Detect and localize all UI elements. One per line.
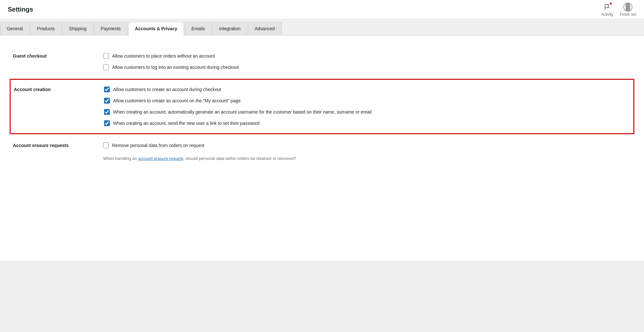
account-creation-row: Account creation Allow customers to crea… — [14, 86, 630, 127]
tab-general[interactable]: General — [0, 22, 30, 35]
ac-option-3[interactable]: When creating an account, automatically … — [104, 109, 630, 115]
ac-option-2[interactable]: Allow customers to create an account on … — [104, 97, 630, 104]
account-erasure-section: Account erasure requests Remove personal… — [13, 134, 631, 169]
ae-helper-text: When handling an account erasure request… — [103, 156, 631, 161]
activity-label: Activity — [601, 12, 613, 17]
account-erasure-options: Remove personal data from orders on requ… — [103, 142, 631, 161]
account-creation-section: Account creation Allow customers to crea… — [13, 79, 631, 134]
ac-label-2: Allow customers to create an account on … — [113, 97, 241, 104]
page-title: Settings — [8, 6, 33, 13]
ae-checkbox-1[interactable] — [103, 143, 109, 148]
account-erasure-link[interactable]: account erasure request — [138, 156, 183, 161]
finish-set-icon — [623, 3, 632, 12]
tab-products[interactable]: Products — [30, 22, 62, 35]
ac-checkbox-3[interactable] — [104, 109, 110, 115]
ac-option-1[interactable]: Allow customers to create an account dur… — [104, 86, 630, 93]
ac-label-3: When creating an account, automatically … — [113, 109, 371, 115]
finish-set-button[interactable]: Finish set — [620, 3, 636, 17]
guest-checkout-checkbox-2[interactable] — [103, 64, 109, 70]
ac-label-4: When creating an account, send the new u… — [113, 120, 259, 127]
tab-emails[interactable]: Emails — [185, 22, 212, 35]
activity-button[interactable]: Activity — [601, 3, 613, 17]
account-erasure-label: Account erasure requests — [13, 142, 103, 148]
tab-payments[interactable]: Payments — [94, 22, 128, 35]
guest-checkout-options: Allow customers to place orders without … — [103, 53, 631, 71]
ac-checkbox-4[interactable] — [104, 120, 110, 126]
guest-checkout-section: Guest checkout Allow customers to place … — [13, 45, 631, 79]
header-actions: Activity Finish set — [601, 3, 636, 17]
activity-badge — [609, 2, 612, 5]
guest-checkout-row: Guest checkout Allow customers to place … — [13, 45, 631, 78]
guest-checkout-label: Guest checkout — [13, 53, 103, 59]
half-circle-shape — [626, 3, 630, 12]
tab-shipping[interactable]: Shipping — [62, 22, 93, 35]
tab-integration[interactable]: Integration — [212, 22, 247, 35]
account-erasure-row: Account erasure requests Remove personal… — [13, 134, 631, 169]
guest-checkout-checkbox-1[interactable] — [103, 53, 109, 59]
activity-icon-wrapper — [603, 3, 612, 12]
main-content: Guest checkout Allow customers to place … — [0, 35, 644, 261]
ac-checkbox-2[interactable] — [104, 98, 110, 104]
finish-set-label: Finish set — [620, 12, 636, 17]
guest-checkout-option-2[interactable]: Allow customers to log into an existing … — [103, 64, 631, 71]
tab-advanced[interactable]: Advanced — [248, 22, 282, 35]
guest-checkout-option-1[interactable]: Allow customers to place orders without … — [103, 53, 631, 60]
ac-checkbox-1[interactable] — [104, 87, 110, 92]
ae-label-1: Remove personal data from orders on requ… — [112, 142, 204, 149]
account-creation-label: Account creation — [14, 86, 104, 92]
account-creation-options: Allow customers to create an account dur… — [104, 86, 630, 127]
guest-checkout-label-1: Allow customers to place orders without … — [112, 53, 215, 60]
account-creation-highlight: Account creation Allow customers to crea… — [10, 79, 634, 134]
header: Settings Activity Finish set — [0, 0, 644, 19]
ae-helper-before: When handling an — [103, 156, 138, 161]
tab-accounts-privacy[interactable]: Accounts & Privacy — [128, 22, 184, 35]
ac-option-4[interactable]: When creating an account, send the new u… — [104, 120, 630, 127]
ae-option-1[interactable]: Remove personal data from orders on requ… — [103, 142, 631, 149]
tabs-bar: General Products Shipping Payments Accou… — [0, 22, 644, 35]
guest-checkout-label-2: Allow customers to log into an existing … — [112, 64, 239, 71]
ae-helper-after: , should personal data within orders be … — [183, 156, 296, 161]
ac-label-1: Allow customers to create an account dur… — [113, 86, 221, 93]
